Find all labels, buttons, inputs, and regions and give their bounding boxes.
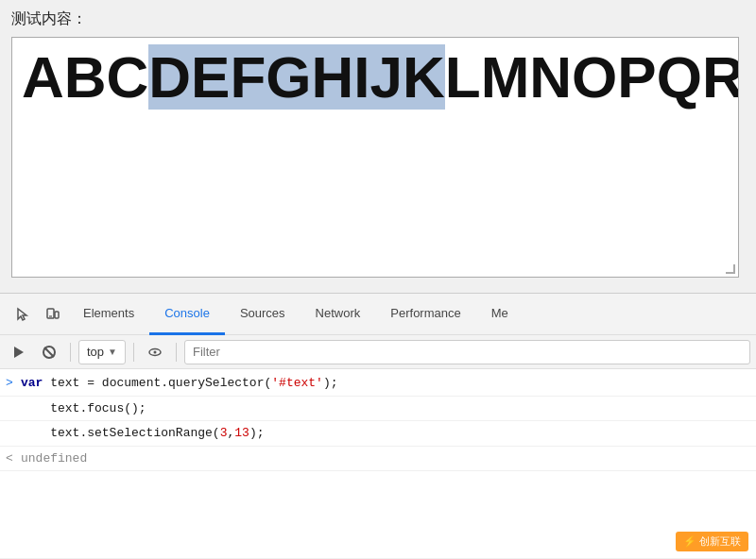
toolbar-separator <box>70 343 71 362</box>
result-arrow: < <box>6 449 13 468</box>
svg-marker-0 <box>18 309 26 320</box>
text-unselected-before: ABC <box>22 44 148 110</box>
devtools-tab-bar: Elements Console Sources Network Perform… <box>0 294 756 335</box>
resize-handle[interactable] <box>726 264 735 274</box>
svg-rect-2 <box>55 312 59 318</box>
context-label: top <box>87 345 104 359</box>
tab-console[interactable]: Console <box>149 294 225 335</box>
prompt-arrow: > <box>6 374 13 393</box>
code-line2-text: text.focus(); <box>21 401 146 415</box>
text-unselected-after: LMNOPQRSTUV <box>445 44 739 110</box>
tab-sources[interactable]: Sources <box>225 294 301 335</box>
play-icon <box>11 345 26 360</box>
device-icon <box>45 307 60 322</box>
text-selected: DEFGHIJK <box>148 44 444 110</box>
console-prompt-line: > var text = document.querySelector('#te… <box>0 371 756 397</box>
devtools-panel: Elements Console Sources Network Perform… <box>0 293 756 559</box>
code-var-keyword: var text = document.querySelector('#text… <box>21 376 338 390</box>
test-label: 测试内容： <box>11 9 745 29</box>
result-value: undefined <box>21 451 87 466</box>
tab-elements[interactable]: Elements <box>68 294 149 335</box>
console-code-line2: text.focus(); <box>0 397 756 422</box>
cursor-icon <box>15 307 30 322</box>
tab-performance[interactable]: Performance <box>375 294 475 335</box>
tab-network[interactable]: Network <box>301 294 376 335</box>
console-content: > var text = document.querySelector('#te… <box>0 369 756 558</box>
textarea-content: ABCDEFGHIJKLMNOPQRSTUV <box>12 38 738 117</box>
svg-point-6 <box>153 350 156 353</box>
inspect-element-button[interactable] <box>8 299 38 330</box>
chevron-down-icon: ▼ <box>108 347 117 357</box>
toolbar-separator-3 <box>176 343 177 362</box>
svg-marker-4 <box>14 347 24 358</box>
tab-more[interactable]: Me <box>476 294 524 335</box>
code-line3-text: text.setSelectionRange(3,13); <box>21 426 264 440</box>
device-mode-button[interactable] <box>38 299 68 330</box>
console-result-line: < undefined <box>0 447 756 472</box>
ban-icon <box>43 346 56 359</box>
clear-console-button[interactable] <box>6 339 32 365</box>
filter-input[interactable] <box>184 340 750 364</box>
eye-icon <box>147 345 163 360</box>
ban-button[interactable] <box>36 339 62 365</box>
console-code-line3: text.setSelectionRange(3,13); <box>0 421 756 447</box>
devtools-toolbar: top ▼ <box>0 335 756 369</box>
eye-button[interactable] <box>142 339 168 365</box>
textarea-wrapper: ABCDEFGHIJKLMNOPQRSTUV <box>11 37 739 278</box>
watermark: ⚡ 创新互联 <box>676 532 748 551</box>
page-area: 测试内容： ABCDEFGHIJKLMNOPQRSTUV <box>0 0 756 293</box>
toolbar-separator-2 <box>133 343 134 362</box>
context-selector[interactable]: top ▼ <box>78 340 126 364</box>
